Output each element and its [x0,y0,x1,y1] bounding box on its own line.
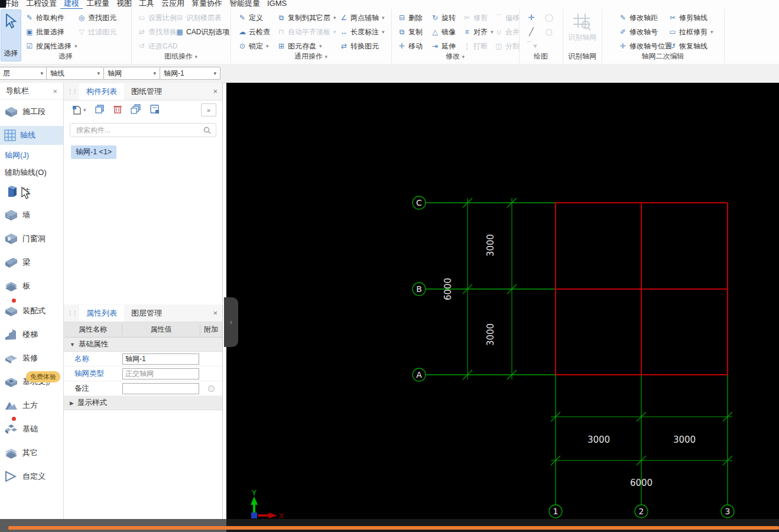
tab-property-list[interactable]: 属性列表 [79,305,124,322]
floor-combo[interactable]: 层▾ [0,67,47,80]
sidebar-item-other[interactable]: 其它 [0,443,63,462]
component-save-button[interactable] [150,104,160,116]
line-tool-button[interactable]: ╱ [525,25,538,38]
menu-tools[interactable]: 工具 [135,0,158,8]
sidebar-item-axis-line[interactable]: 轴线 [0,126,63,145]
drawing-canvas[interactable]: C B A 1 2 3 3000 6000 3000 3000 3000 600… [226,83,779,519]
convert-element-icon: ⇄ [340,42,348,50]
axis-grid-icon [4,129,17,142]
menu-quantity[interactable]: 工程量 [83,0,113,8]
move-icon: ✛ [398,42,406,50]
sidebar-item-prefab[interactable]: 装配式 [0,301,63,320]
sidebar-item-custom[interactable]: 自定义 [0,467,63,486]
cloud-check-button[interactable]: ☁云检查 [236,25,272,39]
component-list-item-grid-1[interactable]: 轴网-1 <1> [71,145,116,159]
horizontal-scrollbar-thumb[interactable] [8,526,779,530]
sidebar-item-slab[interactable]: 板 [0,277,63,296]
find-element-button[interactable]: ◎查找图元 [76,11,118,25]
menu-cloud-apps[interactable]: 云应用 [158,0,188,8]
panel-close-icon[interactable]: × [213,87,218,96]
group-label-drawing-ops[interactable]: 图纸操作 ▾ [131,51,231,61]
cad-recognition-options-button[interactable]: ▦CAD识别选项 [174,25,231,39]
modify-axis-spacing-icon: ✎ [619,14,627,22]
element-save-icon: ⊞ [277,42,285,50]
length-dimension-button[interactable]: ↔长度标注▾ [338,25,387,39]
recognize-grid-icon [572,12,592,33]
tab-component-list[interactable]: 构件列表 [79,83,124,100]
sidebar-link-aux-axis[interactable]: 辅助轴线(O) [5,167,47,178]
property-name-label: 名称 [64,354,122,364]
remark-input[interactable] [122,383,199,394]
group-label-general-ops[interactable]: 通用操作 ▾ [231,51,391,61]
green-axis-lines[interactable] [426,203,728,505]
menu-igms[interactable]: IGMS [264,0,290,8]
sidebar-item-column[interactable]: 柱 [0,182,63,201]
sidebar-item-stairs[interactable]: 楼梯 [0,325,63,344]
type-combo[interactable]: 轴网▾ [103,67,160,80]
category-combo[interactable]: 轴线▾ [46,67,104,80]
group-label-axis-edit: 轴网二次编辑 [602,51,724,61]
attach-radio[interactable] [208,385,215,392]
modify-axis-number-icon: ✐ [619,28,627,36]
ucs-axis-triad: Y X [251,488,284,519]
dropdown-arrow-icon: ▾ [533,41,537,50]
ribbon-group-recognize-grid: 识别轴网 识别轴网 [563,9,602,63]
free-trial-badge[interactable]: 免费体验 [26,371,60,382]
expand-triangle-icon: ▶ [70,400,74,406]
sidebar-item-wall[interactable]: 墙 [0,206,63,225]
point-tool-button[interactable]: ✛ [525,11,538,24]
menu-smart-quantity[interactable]: 智能提量 [226,0,264,8]
tab-layer-management[interactable]: 图层管理 [124,305,169,322]
trim-axis-button[interactable]: ✂修剪轴线 [667,11,715,25]
rotate-button[interactable]: ↻旋转 [429,11,457,25]
sidebar-item-beam[interactable]: 梁 [0,253,63,272]
dimension-lines [463,198,732,465]
mirror-button[interactable]: △镜像 [429,25,457,39]
sidebar-item-decoration[interactable]: 装修 [0,349,63,368]
panel-collapse-handle[interactable]: ‹ [224,297,238,347]
sidebar-item-foundation[interactable]: 基础 [0,420,63,439]
group-label-modify[interactable]: 修改 ▾ [391,51,519,61]
panel-drag-handle[interactable]: ⋮⋮ [67,88,77,95]
delete-button[interactable]: ⊟删除 [396,11,424,25]
batch-select-button[interactable]: ▣批量选择 [24,25,79,39]
offset-button: ⌒偏移 [493,11,521,25]
filter-element-button: ▽过滤图元 [76,25,118,39]
two-point-aux-axis-button[interactable]: ∠两点辅轴▾ [338,11,387,25]
pick-component-button[interactable]: ✎拾取构件 [24,11,79,25]
menu-collaboration[interactable]: 算量协作 [188,0,226,8]
sidebar-item-construction-section[interactable]: 施工段 [0,102,63,121]
copy-to-other-floor-button[interactable]: ⧉复制到其它层▾ [275,11,338,25]
copy-component-button[interactable] [95,104,105,116]
box-trim-button[interactable]: ▭拉框修剪▾ [667,25,715,39]
component-combo[interactable]: 轴网-1▾ [160,67,220,80]
sidebar-item-earthwork[interactable]: 土方 [0,396,63,415]
sidebar-item-door-window[interactable]: 门窗洞 [0,229,63,248]
dropdown-arrow-icon: ▾ [382,15,385,21]
copy-button[interactable]: ⧉复制 [396,25,424,39]
menu-modeling[interactable]: 建模 [60,0,83,9]
define-button[interactable]: ✎定义 [236,11,272,25]
split-icon: ◫ [495,42,503,50]
component-search-input[interactable] [75,125,203,135]
delete-component-button[interactable] [113,104,122,116]
panel-close-icon[interactable]: × [213,309,218,317]
toolbar-more-button[interactable]: » [201,103,216,116]
modify-axis-spacing-button[interactable]: ✎修改轴距 [617,11,674,25]
section-display-style[interactable]: ▶ 显示样式 [64,396,222,410]
menu-project-settings[interactable]: 工程设置 [22,0,60,8]
modify-axis-number-button[interactable]: ✐修改轴号 [617,25,674,39]
sidebar-link-grid[interactable]: 轴网(J) [5,150,29,161]
cursor-arrow-icon [5,14,18,29]
red-grid-lines[interactable] [556,203,728,375]
sidebar-close-icon[interactable]: × [53,87,57,96]
section-basic-properties[interactable]: ▼ 基础属性 [64,338,222,352]
panel-drag-handle[interactable]: ⋮⋮ [67,310,77,316]
new-component-button[interactable]: ▾ [72,105,86,115]
align-button[interactable]: ≡对齐▾ [461,25,495,39]
property-name-input[interactable] [122,353,199,365]
tab-drawing-management[interactable]: 图纸管理 [124,83,169,100]
menu-view[interactable]: 视图 [113,0,135,8]
interlayer-copy-button[interactable] [131,104,141,116]
decoration-icon [4,352,19,365]
